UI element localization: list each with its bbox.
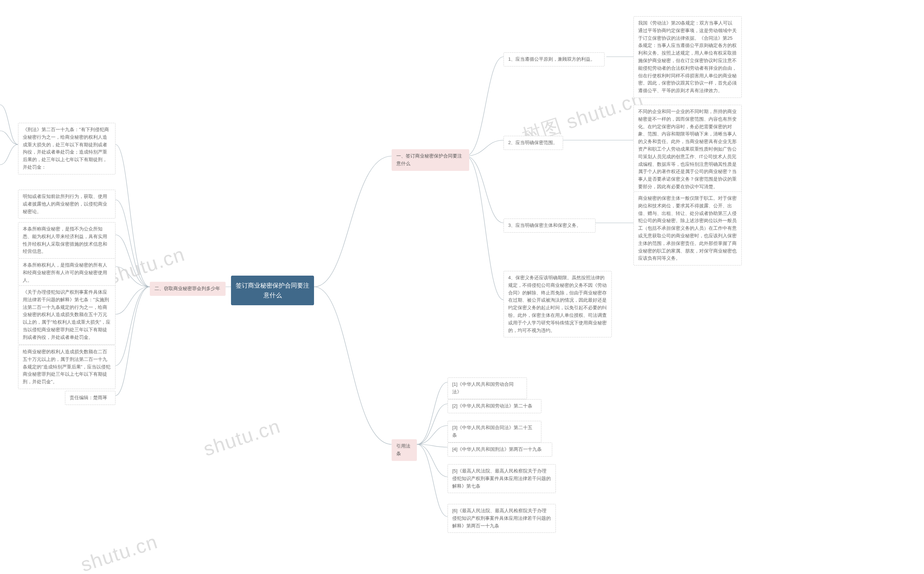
l1-item-3[interactable]: 本条所称商业秘密，是指不为公众所知悉、能为权利人带来经济利益，具有实用性并经权利… [18, 222, 115, 259]
r1-item-3-detail[interactable]: 商业秘密的保密主体一般仅限于职工。对于保密岗位和技术岗位，要求其不得披露、公开、… [633, 191, 742, 265]
ref-1[interactable]: [1]《中华人民共和国劳动合同法》 [448, 377, 527, 399]
mindmap-canvas: 树图 shutu.cn 树图 shutu.cn shutu.cn shutu.c… [0, 0, 924, 574]
branch-right-1[interactable]: 一、签订商业秘密保护合同要注意什么 [391, 149, 469, 171]
l1-item-6[interactable]: 给商业秘密的权利人造成损失数额在二百五十万元以上的，属于刑法第二百一十九条规定的… [18, 345, 115, 389]
l1-item-5[interactable]: 《关于办理侵犯知识产权刑事案件具体应用法律若干问题的解释》第七条："实施刑法第二… [18, 285, 115, 345]
l1-item-1[interactable]: 《刑法》第二百一十九条："有下列侵犯商业秘密行为之一，给商业秘密的权利人造成重大… [18, 123, 115, 175]
r1-item-1-detail[interactable]: 我国《劳动法》第20条规定：双方当事人可以通过平等协商约定保密事项，这是劳动领域… [633, 16, 742, 98]
r1-item-1-label[interactable]: 1、应当遵循公平原则，兼顾双方的利益。 [503, 52, 605, 66]
branch-left-1[interactable]: 二、窃取商业秘密罪会判多少年 [150, 282, 226, 296]
ref-2[interactable]: [2]《中华人民共和国劳动法》第二十条 [448, 399, 541, 413]
l1-item-4[interactable]: 本条所称权利人，是指商业秘密的所有人和经商业秘密所有人许可的商业秘密使用人。 [18, 258, 115, 287]
l1-item-2[interactable]: 明知或者应知前款所列行为，获取、使用或者披露他人的商业秘密的，以侵犯商业秘密论。 [18, 190, 115, 219]
watermark: shutu.cn [78, 530, 160, 574]
r1-item-3-label[interactable]: 3、应当明确保密主体和保密义务。 [503, 219, 596, 233]
r1-item-2-label[interactable]: 2、应当明确保密范围。 [503, 136, 563, 150]
ref-6[interactable]: [6]《最高人民法院、最高人民检察院关于办理侵犯知识产权刑事案件具体应用法律若干… [448, 504, 556, 533]
r1-item-2-detail[interactable]: 不同的企业和同一企业的不同时期，所持的商业秘密是不一样的，因而保密范围、内容也有… [633, 105, 742, 194]
branch-right-2[interactable]: 引用法条 [391, 439, 417, 461]
r1-item-4-detail[interactable]: 4、保密义务还应该明确期限。虽然按照法律的规定，不得侵犯公司商业秘密的义务不因《… [503, 271, 612, 337]
watermark: shutu.cn [201, 415, 283, 460]
root-node[interactable]: 签订商业秘密保护合同要注意什么 [231, 276, 314, 305]
ref-4[interactable]: [4]《中华人民共和国刑法》第两百一十九条 [448, 443, 552, 457]
ref-3[interactable]: [3]《中华人民共和国合同法》第二十五条 [448, 421, 541, 443]
ref-5[interactable]: [5]《最高人民法院、最高人民检察院关于办理侵犯知识产权刑事案件具体应用法律若干… [448, 464, 556, 493]
l1-item-7[interactable]: 责任编辑：楚雨荨 [65, 391, 115, 405]
